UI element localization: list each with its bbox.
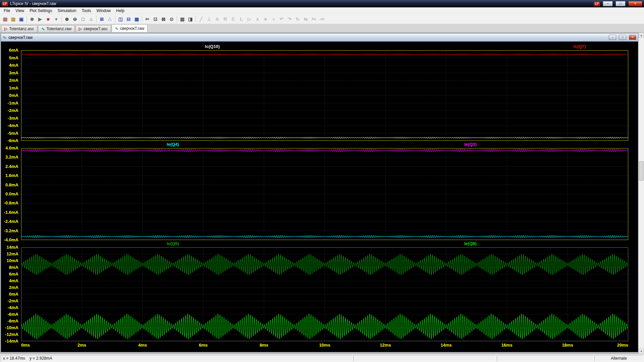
resistor-icon: R	[221, 15, 229, 23]
find-icon[interactable]: ⊙	[168, 15, 175, 23]
pane-2-trace-labels: Ie(Q4)Ie(Q3)	[1, 141, 638, 148]
status-pane-3	[497, 355, 594, 361]
pan-icon[interactable]: +	[52, 15, 60, 23]
maximize-button[interactable]: □	[615, 1, 626, 6]
redo-icon: ↷	[286, 15, 293, 23]
toolbar-separator	[177, 16, 177, 22]
tab-label: сверчокT.raw	[120, 26, 144, 31]
trace-label[interactable]: Ie(Q4)	[167, 142, 179, 147]
toolbar-separator	[115, 16, 115, 22]
y-tick-label: 4.0mA	[1, 145, 18, 151]
close-button[interactable]: ×	[628, 1, 642, 6]
zoom-area-icon[interactable]: □	[79, 15, 87, 23]
zoom-in-icon[interactable]: ⊕	[63, 15, 71, 23]
waveform-canvas-2[interactable]	[21, 148, 628, 240]
print-icon[interactable]: ▥	[178, 15, 186, 23]
pane-1-trace-labels: Ic(Q10)Ic(Q7)	[1, 43, 638, 50]
tile-vertical-icon[interactable]: ◫	[117, 15, 124, 23]
y-tick-label: 12mA	[1, 251, 18, 257]
waveform-canvas-3[interactable]	[21, 247, 628, 341]
halt-simulation-icon[interactable]: ■	[44, 15, 52, 23]
menu-help[interactable]: Help	[113, 8, 127, 14]
y-tick-label: -2.4mA	[1, 219, 18, 224]
menu-file[interactable]: File	[1, 8, 13, 14]
plot-pane-3: 14mA12mA10mA8mA6mA4mA2mA0mA-2mA-4mA-6mA-…	[1, 247, 638, 341]
trace-label[interactable]: Ie(Q3)	[464, 142, 477, 147]
menu-window[interactable]: Window	[94, 8, 114, 14]
cut-icon[interactable]: ✂	[144, 15, 151, 23]
zoom-out-icon[interactable]: ⊖	[71, 15, 79, 23]
vertical-scrollbar[interactable]: ▲ ▼	[638, 33, 644, 354]
mirror-icon: ⇆	[302, 15, 310, 23]
trace-label[interactable]: Ie(Q6)	[167, 241, 179, 246]
child-restore-button[interactable]: □	[619, 35, 626, 40]
trace-label[interactable]: Ie(Q8)	[464, 241, 477, 246]
y-tick-label: 0.0mA	[1, 191, 18, 197]
menu-simulation[interactable]: Simulation	[55, 8, 79, 14]
menu-view[interactable]: View	[13, 8, 27, 14]
new-schematic-icon[interactable]: ▤	[1, 15, 9, 23]
tab-Totentanz.asc[interactable]: ▷Totentanz.asc	[1, 25, 37, 32]
y-tick-label: 6mA	[1, 48, 18, 53]
waveform-icon: ∿	[115, 26, 118, 31]
trace-Ie(Q4)	[21, 235, 628, 238]
save-icon[interactable]: ▣	[17, 15, 25, 23]
open-file-icon[interactable]: ▨	[9, 15, 17, 23]
net-label-icon: A	[213, 15, 221, 23]
trace-label[interactable]: Ic(Q10)	[205, 44, 220, 49]
waveform-window-title-bar[interactable]: ∿ сверчокT.raw − □ ×	[1, 34, 638, 42]
status-mode: Alternate	[594, 355, 643, 361]
trace-label[interactable]: Ic(Q7)	[574, 44, 586, 49]
ltspice-window: LT LTspice IV - сверчокT.raw LT − □ × Fi…	[0, 0, 644, 362]
scrollbar-thumb[interactable]	[639, 161, 644, 181]
toolbar-separator	[142, 16, 142, 22]
x-tick-label: 0ms	[21, 343, 30, 348]
draw-wire-icon: ╱	[197, 15, 205, 23]
menu-plot-settings[interactable]: Plot Settings	[27, 8, 55, 14]
run-simulation-icon[interactable]: ▶	[36, 15, 44, 23]
x-tick-label: 8ms	[260, 343, 268, 348]
x-tick-label: 14ms	[440, 343, 451, 348]
y-tick-label: -1.6mA	[1, 210, 18, 215]
component-icon: ∧	[254, 15, 261, 23]
y-tick-label: 5mA	[1, 55, 18, 61]
y-tick-label: -4mA	[1, 123, 18, 128]
toolbar-separator	[26, 16, 27, 22]
scroll-down-icon[interactable]: ▼	[639, 349, 644, 354]
grid-icon[interactable]: ⊞	[98, 15, 106, 23]
zoom-full-extents-icon[interactable]: ⌂	[87, 15, 95, 23]
scroll-up-icon[interactable]: ▲	[639, 33, 644, 38]
tab-label: Totentanz.asc	[9, 26, 34, 31]
cascade-windows-icon[interactable]: ▦	[133, 15, 141, 23]
child-close-button[interactable]: ×	[629, 35, 636, 40]
y-tick-label: 4mA	[1, 278, 18, 284]
copy-icon[interactable]: ⊡	[152, 15, 159, 23]
y-tick-label: -4mA	[1, 305, 18, 310]
y-tick-label: 2mA	[1, 285, 18, 290]
menu-tools[interactable]: Tools	[79, 8, 94, 14]
mark-data-points-icon[interactable]: ∴	[106, 15, 114, 23]
tile-horizontal-icon[interactable]: ⊟	[125, 15, 132, 23]
status-pane-2	[353, 355, 496, 361]
status-bar: x = 18.47ms y = 2.928mA Alternate	[0, 354, 644, 362]
tab-сверчокT.raw[interactable]: ∿сверчокT.raw	[112, 24, 148, 32]
move-icon: ∗	[262, 15, 269, 23]
y-tick-label: -1mA	[1, 101, 18, 106]
paste-icon[interactable]: ⊠	[160, 15, 167, 23]
y-tick-label: -8mA	[1, 318, 18, 324]
app-logo-icon: LT	[2, 1, 8, 6]
capacitor-icon: C	[229, 15, 237, 23]
tab-Totentanz.raw[interactable]: ∿Totentanz.raw	[38, 25, 75, 32]
print-preview-icon[interactable]: ◨	[186, 15, 194, 23]
x-tick-label: 6ms	[199, 343, 208, 348]
waveform-canvas-1[interactable]	[21, 50, 628, 141]
plot-root: Ic(Q10)Ic(Q7)6mA5mA4mA3mA2mA1mA0mA-1mA-2…	[1, 42, 638, 352]
y-tick-label: -10mA	[1, 325, 18, 330]
control-panel-icon[interactable]: ⊛	[28, 15, 36, 23]
tab-сверчокT.asc[interactable]: ▷сверчокT.asc	[75, 25, 111, 32]
cursor-position: x = 18.47ms y = 2.928mA	[1, 355, 353, 361]
tab-label: сверчокT.asc	[84, 26, 108, 31]
minimize-button[interactable]: −	[603, 1, 613, 6]
menu-bar: FileViewPlot SettingsSimulationToolsWind…	[0, 7, 644, 14]
child-minimize-button[interactable]: −	[609, 35, 616, 40]
